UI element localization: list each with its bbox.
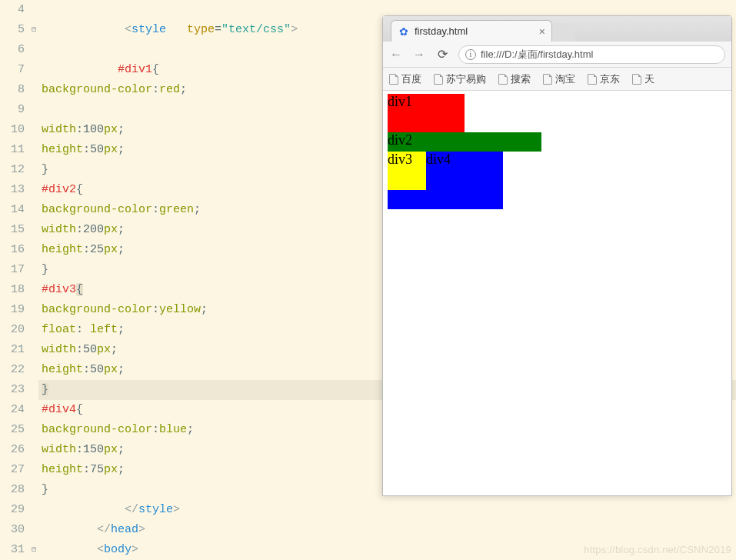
reload-icon[interactable]: ⟳ — [435, 47, 449, 62]
tab-close-icon[interactable]: × — [539, 25, 545, 38]
bookmark-label: 百度 — [401, 72, 421, 86]
fold-column: ⊟⊟ — [29, 0, 38, 560]
bookmark-label: 京东 — [600, 72, 620, 86]
new-tab-button[interactable] — [552, 23, 575, 42]
bookmark-label: 苏宁易购 — [446, 72, 486, 86]
bookmark-label: 淘宝 — [555, 72, 575, 86]
line-number-gutter: 4567891011121314151617181920212223242526… — [0, 0, 29, 560]
bookmark-doc-icon — [632, 74, 641, 85]
tab-strip: ✿ firstday.html × — [383, 16, 731, 42]
toolbar-row: ← → ⟳ i file:///D:/桌面/firstday.html — [383, 42, 731, 68]
bookmark-item[interactable]: 京东 — [588, 72, 620, 86]
div1-box: div1 — [388, 94, 465, 132]
div3-box: div3 — [388, 152, 426, 190]
bookmark-doc-icon — [389, 74, 398, 85]
bookmark-doc-icon — [498, 74, 508, 85]
browser-window: ✿ firstday.html × ← → ⟳ i file:///D:/桌面/… — [382, 15, 732, 496]
bookmark-item[interactable]: 天 — [632, 72, 654, 86]
baidu-favicon-icon: ✿ — [398, 25, 410, 38]
bookmarks-bar: 百度苏宁易购搜索淘宝京东天 — [383, 68, 731, 91]
browser-tab[interactable]: ✿ firstday.html × — [391, 20, 552, 42]
bookmark-label: 搜索 — [511, 72, 531, 86]
page-viewport: div1 div2 div3 div4 — [383, 91, 731, 495]
rendered-page: div1 div2 div3 div4 — [383, 91, 731, 495]
bookmark-item[interactable]: 苏宁易购 — [434, 72, 486, 86]
forward-icon[interactable]: → — [412, 48, 426, 62]
bookmark-item[interactable]: 淘宝 — [543, 72, 575, 86]
bookmark-item[interactable]: 搜索 — [498, 72, 531, 86]
bookmark-doc-icon — [588, 74, 597, 85]
tab-title: firstday.html — [415, 25, 535, 37]
site-info-icon[interactable]: i — [465, 49, 476, 60]
bookmark-doc-icon — [434, 74, 443, 85]
address-bar[interactable]: i file:///D:/桌面/firstday.html — [458, 45, 725, 64]
back-icon[interactable]: ← — [389, 48, 403, 62]
url-text: file:///D:/桌面/firstday.html — [481, 48, 593, 62]
bookmark-doc-icon — [543, 74, 552, 85]
bookmark-label: 天 — [644, 72, 654, 86]
div2-box: div2 — [388, 132, 541, 152]
bookmark-item[interactable]: 百度 — [389, 72, 421, 86]
